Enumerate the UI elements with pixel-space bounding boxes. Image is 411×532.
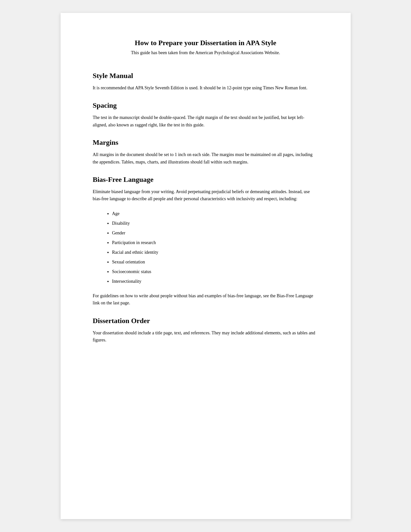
section-heading-spacing: Spacing bbox=[93, 101, 318, 110]
document-page: How to Prepare your Dissertation in APA … bbox=[61, 13, 351, 519]
section-heading-dissertation-order: Dissertation Order bbox=[93, 317, 318, 325]
page-title: How to Prepare your Dissertation in APA … bbox=[93, 39, 318, 47]
section-heading-bias-free: Bias-Free Language bbox=[93, 175, 318, 184]
section-dissertation-order: Dissertation Order Your dissertation sho… bbox=[93, 317, 318, 344]
section-heading-margins: Margins bbox=[93, 138, 318, 147]
list-item: Sexual orientation bbox=[112, 258, 318, 267]
section-body-bias-free-intro: Eliminate biased language from your writ… bbox=[93, 188, 318, 203]
section-body-spacing: The test in the manuscript should be dou… bbox=[93, 114, 318, 129]
list-item: Disability bbox=[112, 219, 318, 228]
list-item: Socioeconomic status bbox=[112, 267, 318, 276]
list-item: Intersectionality bbox=[112, 277, 318, 286]
list-item: Age bbox=[112, 209, 318, 218]
section-style-manual: Style Manual It is recommended that APA … bbox=[93, 72, 318, 92]
list-item: Gender bbox=[112, 229, 318, 238]
section-body-margins: All margins in the document should be se… bbox=[93, 151, 318, 166]
section-body-bias-free-outro: For guidelines on how to write about peo… bbox=[93, 292, 318, 307]
section-bias-free: Bias-Free Language Eliminate biased lang… bbox=[93, 175, 318, 307]
bias-free-list: Age Disability Gender Participation in r… bbox=[112, 209, 318, 286]
section-heading-style-manual: Style Manual bbox=[93, 72, 318, 80]
section-body-dissertation-order: Your dissertation should include a title… bbox=[93, 330, 318, 344]
page-subtitle: This guide has been taken from the Ameri… bbox=[93, 50, 318, 55]
list-item: Participation in research bbox=[112, 238, 318, 247]
section-body-style-manual: It is recommended that APA Style Seventh… bbox=[93, 84, 318, 92]
list-item: Racial and ethnic identity bbox=[112, 248, 318, 257]
section-spacing: Spacing The test in the manuscript shoul… bbox=[93, 101, 318, 129]
section-margins: Margins All margins in the document shou… bbox=[93, 138, 318, 166]
